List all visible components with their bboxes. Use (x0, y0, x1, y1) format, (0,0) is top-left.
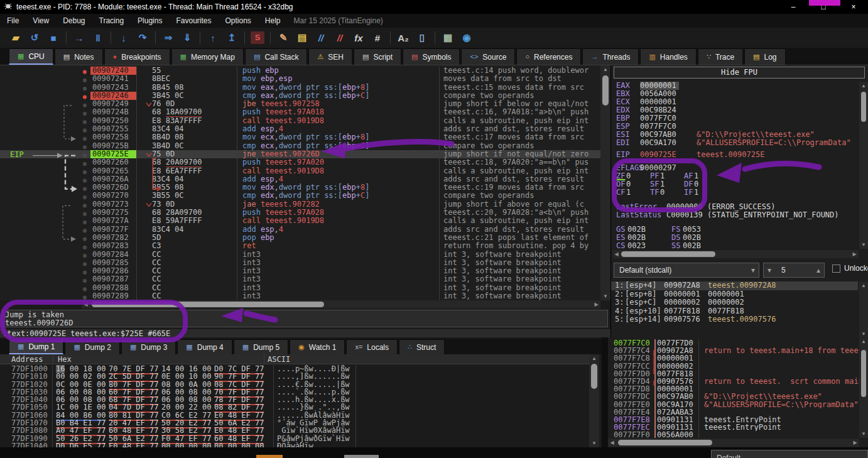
disasm-row[interactable]: 0090725E75 0Djne teeest.90726Djump short… (0, 150, 600, 158)
breakpoint-dot-slot[interactable] (79, 200, 90, 209)
tab-call-stack[interactable]: ▤Call Stack (245, 48, 307, 65)
tab-dump-3[interactable]: ▦Dump 3 (121, 339, 176, 354)
disasm-row[interactable]: 0090727AE8 59A7FFFFcall teeest.9019D8cal… (0, 217, 600, 225)
stack-arg-row[interactable]: 4:[esp+10]0077F8180077F818 (611, 307, 858, 316)
disasm-row[interactable]: 0090724055push ebpteeest.c:14 push word,… (0, 67, 600, 75)
unlocked-checkbox[interactable] (832, 264, 840, 273)
disasm-row[interactable]: 0090724976 0Djbe teeest.907258jump short… (0, 100, 600, 108)
breakpoint-dot-slot[interactable] (79, 275, 90, 283)
spinner-up-icon[interactable]: ▴ (816, 263, 820, 277)
register-row[interactable]: GS002BFS0053 (611, 226, 858, 234)
hide-fpu-button[interactable]: Hide FPU (614, 67, 865, 79)
breakpoint-dot-slot[interactable] (79, 125, 90, 133)
register-row[interactable]: EIP0090725Eteeest.0090725E (611, 151, 858, 159)
tab-references[interactable]: ○References (516, 48, 581, 65)
disasm-row[interactable]: 00907285CCint3int 3, software breakpoint (0, 259, 600, 267)
disasm-vscrollbar[interactable]: ▲ ▼ (600, 65, 610, 300)
disasm-row[interactable]: 00907287CCint3int 3, software breakpoint (0, 275, 600, 283)
animate-into-icon[interactable]: ⇒ (159, 32, 178, 43)
stack-arg-row[interactable]: 3:[esp+C]0000000200000002 (611, 298, 858, 307)
breakpoint-dot-slot[interactable] (79, 67, 90, 75)
execute-till-return-icon[interactable]: ↑ (203, 33, 222, 43)
tab-trace[interactable]: ∵Trace (698, 48, 743, 65)
stack-arg-row[interactable]: 2:[esp+8]0000000100000001 (611, 290, 858, 299)
close-button[interactable]: × (839, 0, 868, 14)
tab-source[interactable]: <>Source (461, 48, 515, 65)
disasm-row[interactable]: 009072588B4D 08mov ecx,dword ptr ss:[ebp… (0, 133, 600, 141)
favourites-icon[interactable]: // (330, 33, 349, 43)
breakpoint-dot-slot[interactable] (79, 108, 90, 116)
breakpoint-dot-slot[interactable] (79, 84, 90, 92)
breakpoint-dot-slot[interactable] (79, 284, 90, 292)
disasm-row[interactable]: 009072703B55 0Ccmp edx,dword ptr ss:[ebp… (0, 192, 600, 200)
menu-view[interactable]: View (26, 16, 56, 25)
assemble-icon[interactable]: A₂ (394, 33, 413, 43)
disasm-row[interactable]: 0090724B68 18A09700push teeest.97A018tee… (0, 108, 600, 116)
register-row[interactable]: OF0SF1DF0 (611, 180, 858, 188)
disasm-row[interactable]: 0090726068 20A09700push teeest.97A020tee… (0, 158, 600, 166)
tab-memory-map[interactable]: ▦Memory Map (171, 48, 244, 65)
breakpoint-list-icon[interactable]: // (312, 33, 330, 43)
disasm-row[interactable]: 00907288CCint3int 3, software breakpoint (0, 284, 600, 292)
tab-handles[interactable]: ▥Handles (640, 48, 696, 65)
disassembly-panel[interactable]: 0090724055push ebpteeest.c:14 push word,… (0, 65, 610, 300)
hash-icon[interactable]: # (368, 33, 387, 43)
menu-help[interactable]: Help (258, 16, 288, 25)
calling-convention-select[interactable]: Default (stdcall) ▾ (614, 263, 759, 278)
menu-options[interactable]: Options (218, 16, 258, 25)
restart-icon[interactable]: ↺ (25, 32, 44, 43)
register-row[interactable]: ZF0PF1AF1 (611, 172, 858, 180)
argument-count-spinner[interactable]: ▾ 5 ▴ (763, 263, 825, 278)
disasm-row[interactable]: 009072825Dpop ebpteeest.c:21 pops last e… (0, 234, 600, 242)
register-row[interactable]: CF1TF0IF1 (611, 188, 858, 197)
run-to-user-code-icon[interactable]: ↥ (222, 32, 241, 43)
dump-row[interactable]: 77DF1080A0 47 EF 7760 48 EF 7730 58 E2 7… (0, 427, 589, 434)
tab-threads[interactable]: →Threads (582, 48, 639, 65)
dump-rows[interactable]: 77DF100016 00 18 0070 7E DF 7714 00 16 0… (0, 365, 589, 447)
stack-arg-row[interactable]: 5:[esp+14]00907576teeest.00907576 (611, 315, 858, 324)
disasm-row[interactable]: 0090726A83C4 04add esp,4adds src and dst… (0, 175, 600, 183)
breakpoint-dot-slot[interactable] (79, 251, 90, 259)
open-file-icon[interactable]: ▰ (6, 32, 25, 43)
disasm-row[interactable]: 0090727F83C4 04add esp,4adds src and dst… (0, 226, 600, 234)
menu-tracing[interactable]: Tracing (92, 16, 131, 25)
globe-icon[interactable]: ◉ (457, 32, 476, 43)
step-over-icon[interactable]: ↷ (133, 32, 152, 43)
pause-icon[interactable]: ‖ (89, 33, 107, 43)
disasm-row[interactable]: 00907265E8 6EA7FFFFcall teeest.9019D8cal… (0, 167, 600, 175)
tab-symbols[interactable]: ▤Symbols (403, 48, 460, 65)
arguments-vscrollbar[interactable]: ▲ ▼ (859, 281, 868, 338)
step-into-icon[interactable]: ↓ (114, 33, 133, 43)
breakpoint-dot-slot[interactable] (79, 75, 90, 83)
breakpoint-dot-slot[interactable] (79, 167, 90, 175)
animate-over-icon[interactable]: ⇓ (178, 32, 197, 43)
disasm-row[interactable]: 009072463B45 0Ccmp eax,dword ptr ss:[ebp… (0, 92, 600, 100)
disasm-hscrollbar[interactable]: ◀ ▶ (82, 300, 600, 308)
tab-dump-2[interactable]: ▦Dump 2 (65, 339, 119, 354)
disasm-row[interactable]: 00907284CCint3int 3, software breakpoint (0, 251, 600, 259)
tab-script[interactable]: ▤Script (354, 48, 401, 65)
breakpoint-dot-slot[interactable] (79, 259, 90, 267)
stack-vscrollbar[interactable]: ▲ ▼ (859, 337, 868, 438)
patch-icon[interactable]: ✎ (274, 32, 293, 43)
breakpoint-dot-slot[interactable] (79, 117, 90, 125)
breakpoint-dot-slot[interactable] (79, 158, 90, 166)
script-pause-icon[interactable]: S (251, 31, 264, 44)
breakpoint-dot-slot[interactable] (79, 100, 90, 108)
menu-favourites[interactable]: Favourites (169, 16, 218, 25)
disasm-row[interactable]: 0090727568 28A09700push teeest.97A028tee… (0, 209, 600, 217)
disasm-row[interactable]: 0090727373 0Djae teeest.907282jump short… (0, 200, 600, 209)
breakpoint-dot-slot[interactable] (79, 133, 90, 141)
stack-rows[interactable]: 0077F7C00077F7D00077F7C4┌009072A8return … (608, 339, 859, 438)
disasm-row[interactable]: 00907289CCint3int 3, software breakpoint (0, 292, 600, 300)
tab-seh[interactable]: ⚠SEH (308, 48, 352, 65)
disasm-row[interactable]: 00907250E8 83A7FFFFcall teeest.9019D8cal… (0, 117, 600, 125)
attach-icon[interactable]: ▯ (413, 32, 431, 43)
tab-log[interactable]: ▤Log (744, 48, 785, 65)
tab-dump-1[interactable]: ▦Dump 1 (9, 339, 63, 354)
register-row[interactable]: LastStatusC0000139 (STATUS_ENTRYPOINT_NO… (611, 211, 858, 219)
breakpoint-dot-slot[interactable] (79, 292, 90, 300)
minimize-button[interactable]: – (779, 0, 808, 14)
breakpoint-dot-slot[interactable] (79, 226, 90, 234)
menu-plugins[interactable]: Plugins (131, 16, 169, 25)
